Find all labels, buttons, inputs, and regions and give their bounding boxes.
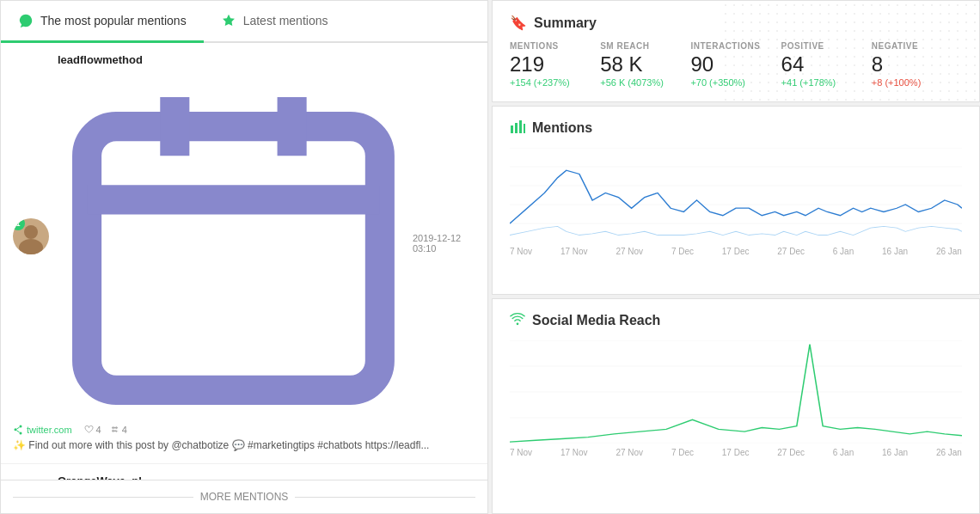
- stat-mentions: MENTIONS 219 +154 (+237%): [510, 41, 600, 88]
- svg-point-1: [19, 239, 43, 254]
- summary-panel: 🔖 Summary MENTIONS 219 +154 (+237%) SM R…: [492, 0, 980, 102]
- mentions-chart-area: 25 20 15 10 5 0 7 Nov 17 Nov 27 Nov 7 De…: [510, 148, 962, 280]
- mention-date: 2019-12-12 03:10: [58, 68, 475, 419]
- more-mentions-button[interactable]: MORE MENTIONS: [1, 480, 487, 513]
- bar-chart-icon: [510, 119, 525, 138]
- reach-chart-title: Social Media Reach: [510, 311, 962, 330]
- svg-rect-41: [515, 123, 518, 133]
- mention-name: leadflowmethod: [58, 53, 475, 66]
- mentions-chart-title: Mentions: [510, 119, 962, 138]
- star-icon: [221, 13, 236, 28]
- list-item: 2 OrangeWave_nl 2019-12-10 06:49: [1, 464, 487, 480]
- svg-rect-2: [87, 126, 380, 390]
- mentions-chart-panel: Mentions 25 20 15 10 5 0: [492, 106, 980, 295]
- tab-popular[interactable]: The most popular mentions: [1, 1, 204, 43]
- reach-chart-x-labels: 7 Nov 17 Nov 27 Nov 7 Dec 17 Dec 27 Dec …: [510, 448, 962, 457]
- more-mentions-label: MORE MENTIONS: [200, 491, 289, 503]
- svg-rect-40: [511, 125, 513, 133]
- calendar-icon: [58, 68, 409, 419]
- tab-popular-label: The most popular mentions: [40, 14, 187, 28]
- svg-line-6: [16, 427, 19, 429]
- dot-background: [721, 1, 979, 101]
- svg-rect-43: [524, 124, 525, 133]
- tab-latest-label: Latest mentions: [243, 14, 328, 28]
- tab-latest[interactable]: Latest mentions: [204, 1, 346, 43]
- wifi-icon: [510, 311, 525, 330]
- mentions-chart-x-labels: 7 Nov 17 Nov 27 Nov 7 Dec 17 Dec 27 Dec …: [510, 247, 962, 256]
- retweet-icon: [110, 425, 119, 434]
- mentions-list: 1 leadflowmethod 2019-12-12 03:10: [1, 43, 487, 480]
- svg-rect-42: [519, 120, 522, 133]
- mention-source: twitter.com: [13, 425, 72, 435]
- reach-chart-panel: Social Media Reach 7 Nov 17 Nov 27 Nov: [492, 298, 980, 514]
- bookmark-icon: 🔖: [510, 15, 527, 31]
- svg-line-7: [16, 431, 19, 432]
- heart-icon: [84, 425, 94, 434]
- chat-icon: [18, 13, 34, 28]
- list-item: 1 leadflowmethod 2019-12-12 03:10: [1, 43, 487, 464]
- share-icon: [13, 425, 23, 435]
- avatar: 1: [13, 218, 49, 254]
- mention-stats: 4 4: [84, 425, 127, 435]
- mention-text: ✨ Find out more with this post by @chatb…: [13, 438, 475, 453]
- tabs-bar: The most popular mentions Latest mention…: [1, 1, 487, 43]
- reach-chart-area: 7 Nov 17 Nov 27 Nov 7 Dec 17 Dec 27 Dec …: [510, 340, 962, 499]
- svg-point-0: [24, 225, 38, 239]
- stat-smreach: SM REACH 58 K +56 K (4073%): [600, 41, 690, 88]
